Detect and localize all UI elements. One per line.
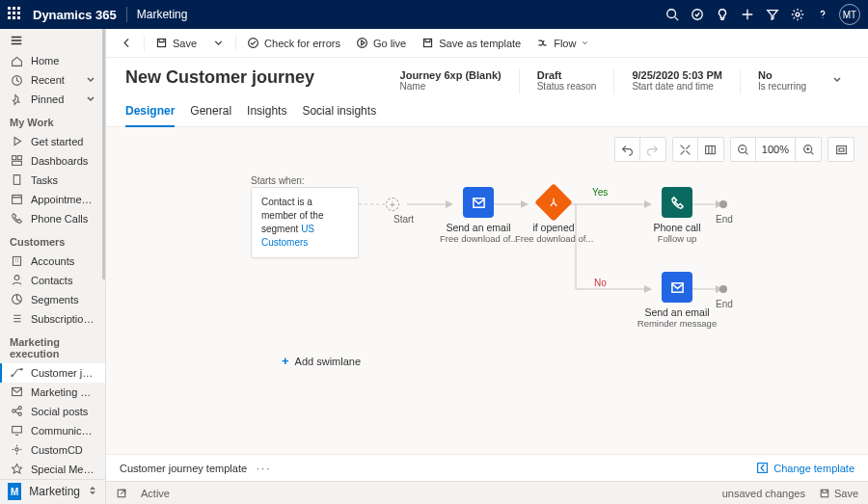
filter-icon[interactable]: [760, 0, 785, 29]
sidebar-item-segments[interactable]: Segments: [0, 290, 105, 309]
check-errors-button[interactable]: Check for errors: [240, 32, 347, 55]
app-launcher-icon[interactable]: [8, 7, 23, 22]
journey-canvas[interactable]: 100% Starts when: Contact is a member of…: [106, 127, 868, 454]
svg-rect-4: [12, 156, 15, 160]
branch-yes-label: Yes: [592, 187, 608, 198]
sidebar-item-sublists[interactable]: Subscription lists: [0, 309, 105, 329]
sidebar-item-recent[interactable]: Recent: [0, 70, 105, 90]
area-switcher[interactable]: M Marketing: [0, 479, 105, 504]
sidebar-section-mywork: My Work: [0, 109, 105, 132]
svg-rect-28: [839, 147, 844, 150]
svg-point-17: [18, 412, 21, 415]
branch-icon: [534, 183, 573, 222]
sidebar-item-pinned[interactable]: Pinned: [0, 90, 105, 109]
sidebar-item-special[interactable]: Special Messages: [0, 460, 105, 479]
more-button[interactable]: ···: [257, 463, 271, 474]
template-label: Customer journey template: [120, 463, 247, 474]
add-node-button[interactable]: +: [386, 198, 399, 211]
svg-point-1: [692, 10, 703, 20]
svg-rect-37: [758, 464, 768, 473]
fit-button[interactable]: [673, 138, 698, 161]
help-icon[interactable]: [810, 0, 835, 29]
flow-button[interactable]: Flow: [529, 32, 596, 55]
expand-header-button[interactable]: [826, 67, 849, 93]
svg-point-0: [667, 10, 676, 18]
svg-rect-5: [17, 156, 21, 160]
fullscreen-button[interactable]: [828, 138, 854, 161]
tab-designer[interactable]: Designer: [125, 104, 175, 127]
svg-point-22: [358, 39, 367, 48]
sidebar-item-phonecalls[interactable]: Phone Calls: [0, 209, 105, 228]
chevron-down-icon: [86, 75, 95, 85]
bulb-icon[interactable]: [710, 0, 735, 29]
zoom-in-button[interactable]: [796, 138, 821, 161]
sidebar-item-tasks[interactable]: Tasks: [0, 171, 105, 190]
sidebar-item-customcd[interactable]: CustomCD: [0, 440, 105, 460]
hamburger-icon[interactable]: [0, 29, 105, 51]
add-icon[interactable]: [735, 0, 760, 29]
svg-point-10: [14, 276, 19, 280]
meta-recurring: NoIs recurring: [758, 69, 806, 92]
tab-general[interactable]: General: [190, 104, 231, 126]
node-send-email-2[interactable]: Send an email Reminder message: [633, 272, 721, 329]
tab-social-insights[interactable]: Social insights: [302, 104, 376, 126]
module-label: Marketing: [137, 8, 188, 21]
sidebar-item-emails[interactable]: Marketing emails: [0, 383, 105, 402]
task-icon[interactable]: [685, 0, 710, 29]
svg-point-2: [796, 13, 800, 16]
redo-button[interactable]: [640, 138, 665, 161]
search-icon[interactable]: [660, 0, 685, 29]
go-live-button[interactable]: Go live: [349, 32, 413, 55]
node-condition[interactable]: if opened Free download of...: [515, 187, 592, 244]
meta-status: DraftStatus reason: [537, 69, 597, 92]
node-send-email-1[interactable]: Send an email Free download of...: [440, 187, 517, 244]
end-label: End: [716, 214, 733, 225]
sidebar-item-accounts[interactable]: Accounts: [0, 252, 105, 271]
phone-icon: [10, 212, 23, 225]
save-button[interactable]: Save: [149, 32, 203, 55]
scrollbar[interactable]: [102, 29, 105, 279]
user-avatar[interactable]: MT: [839, 4, 860, 25]
tab-insights[interactable]: Insights: [247, 104, 286, 126]
journey-icon: [10, 366, 23, 380]
sidebar-item-social[interactable]: Social posts: [0, 402, 105, 421]
mail-icon: [10, 385, 23, 399]
pin-icon: [10, 93, 23, 106]
brand-label: Dynamics 365: [33, 8, 117, 22]
end-dot: [719, 200, 727, 208]
svg-rect-7: [14, 175, 20, 185]
footer-save-button[interactable]: Save: [819, 488, 858, 499]
dashboard-icon: [10, 154, 23, 168]
zoom-out-button[interactable]: [731, 138, 756, 161]
svg-rect-14: [12, 388, 21, 396]
sidebar-item-journeys[interactable]: Customer journeys: [0, 363, 105, 383]
save-dropdown[interactable]: [205, 32, 231, 55]
undo-button[interactable]: [615, 138, 640, 161]
back-button[interactable]: [114, 32, 140, 55]
phone-icon: [662, 187, 692, 218]
save-template-button[interactable]: Save as template: [415, 32, 528, 55]
map-button[interactable]: [698, 138, 723, 161]
sidebar-item-home[interactable]: Home: [0, 51, 105, 70]
end-dot: [719, 285, 727, 293]
svg-rect-9: [13, 257, 20, 266]
page-title: New Customer journey: [125, 67, 381, 88]
add-swimlane-button[interactable]: + Add swimlane: [282, 354, 361, 368]
clipboard-icon: [10, 173, 23, 187]
gear-icon[interactable]: [785, 0, 810, 29]
node-phone-call[interactable]: Phone call Follow up: [638, 187, 716, 244]
calendar-icon: [10, 193, 23, 206]
sidebar-section-exec: Marketing execution: [0, 329, 105, 363]
share-icon: [10, 405, 23, 418]
sidebar-item-commd[interactable]: Communication D...: [0, 421, 105, 440]
svg-rect-8: [12, 196, 21, 204]
sidebar-item-contacts[interactable]: Contacts: [0, 271, 105, 290]
change-template-button[interactable]: Change template: [756, 462, 854, 474]
sidebar-item-getstarted[interactable]: Get started: [0, 132, 105, 151]
sidebar-item-dashboards[interactable]: Dashboards: [0, 151, 105, 171]
meta-name: Journey 6xp (Blank)Name: [400, 69, 502, 92]
sidebar-item-appointments[interactable]: Appointments: [0, 190, 105, 209]
status-bar: Active unsaved changes Save: [106, 481, 868, 504]
start-trigger-card[interactable]: Contact is a member of the segment US Cu…: [251, 187, 359, 258]
popout-button[interactable]: [116, 488, 127, 499]
